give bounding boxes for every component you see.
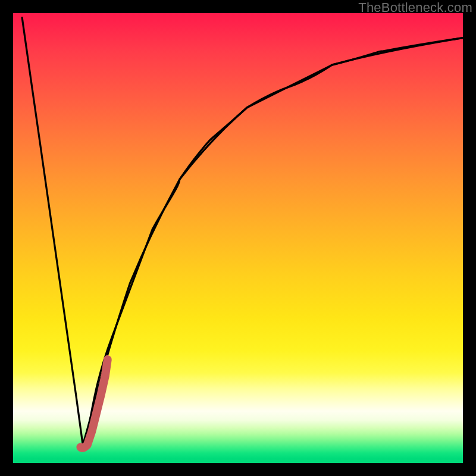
curve-right-ascent-smooth [83,38,463,445]
curve-right-ascent [83,38,463,445]
curve-layer [13,13,463,463]
chart-frame: TheBottleneck.com [0,0,476,476]
curve-left-descent [22,18,83,445]
plot-area [13,13,463,463]
